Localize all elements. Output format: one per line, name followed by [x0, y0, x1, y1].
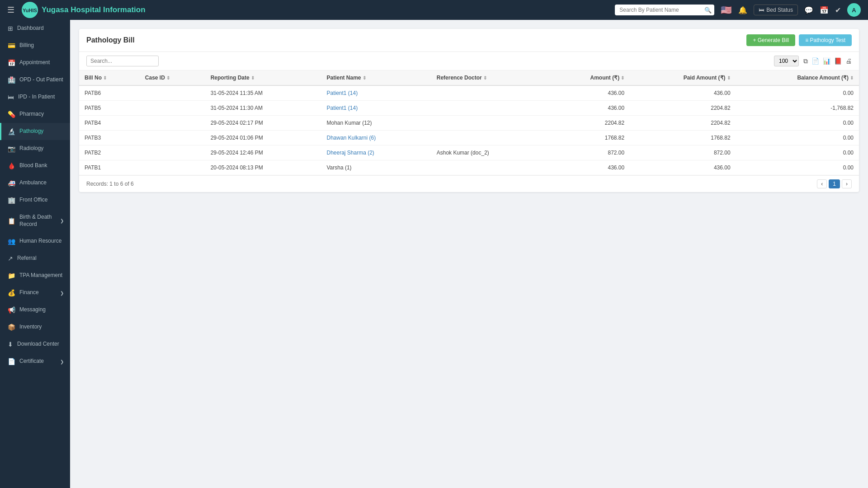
table-search-input[interactable]	[86, 56, 159, 66]
pathology-test-button[interactable]: ≡ Pathology Test	[799, 34, 852, 46]
cell-r1-patient_name[interactable]: Patient1 (14)	[321, 101, 431, 116]
col-label-reporting_date: Reporting Date	[211, 75, 250, 81]
excel-icon[interactable]: 📊	[823, 57, 830, 65]
cell-r0-paid_amount: 436.00	[630, 85, 736, 101]
sidebar-item-pharmacy[interactable]: 💊 Pharmacy	[0, 106, 70, 123]
cell-r5-patient_name: Varsha (1)	[321, 160, 431, 175]
records-label: Records: 1 to 6 of 6	[86, 181, 134, 187]
cell-r3-patient_name[interactable]: Dhawan Kulkarni (6)	[321, 131, 431, 145]
cell-r3-case_id	[140, 131, 205, 145]
hamburger-icon[interactable]: ☰	[7, 5, 14, 15]
sort-icon-reporting_date: ⇕	[251, 75, 255, 80]
sidebar-item-ipd[interactable]: 🛏 IPD - In Patient	[0, 89, 70, 106]
app-title: Yugasa Hospital Information	[42, 5, 146, 14]
sidebar-item-download[interactable]: ⬇ Download Center	[0, 336, 70, 353]
sidebar-item-blood-bank[interactable]: 🩸 Blood Bank	[0, 157, 70, 174]
cell-r3-reporting_date: 29-05-2024 01:06 PM	[205, 131, 321, 145]
col-reporting_date[interactable]: Reporting Date⇕	[205, 70, 321, 85]
cell-r4-bill_no: PATB2	[79, 145, 140, 160]
col-paid_amount[interactable]: Paid Amount (₹)⇕	[630, 70, 736, 85]
cell-r0-reporting_date: 31-05-2024 11:35 AM	[205, 85, 321, 101]
col-patient_name[interactable]: Patient Name⇕	[321, 70, 431, 85]
cell-r1-case_id	[140, 101, 205, 116]
sidebar-item-ambulance[interactable]: 🚑 Ambulance	[0, 174, 70, 192]
page-1-button[interactable]: 1	[829, 179, 840, 188]
cell-r1-amount: 436.00	[547, 101, 630, 116]
page-title: Pathology Bill	[86, 36, 135, 44]
cell-r0-patient_name[interactable]: Patient1 (14)	[321, 85, 431, 101]
sidebar-item-opd[interactable]: 🏥 OPD - Out Patient	[0, 71, 70, 89]
svg-text:YuHIS: YuHIS	[23, 8, 37, 13]
search-button[interactable]: 🔍	[704, 7, 712, 14]
sidebar-icon-certificate: 📄	[8, 358, 15, 365]
table-footer: Records: 1 to 6 of 6 ‹ 1 ›	[79, 175, 859, 192]
bed-status-label: Bed Status	[766, 7, 793, 13]
col-bill_no[interactable]: Bill No⇕	[79, 70, 140, 85]
sidebar-arrow-certificate: ❯	[60, 359, 64, 364]
col-case_id[interactable]: Case ID⇕	[140, 70, 205, 85]
sidebar-item-human-resource[interactable]: 👥 Human Resource	[0, 233, 70, 250]
card-toolbar: 100 50 25 ⧉ 📄 📊 📕 🖨	[79, 52, 859, 70]
copy-icon[interactable]: ⧉	[803, 57, 808, 65]
sort-icon-balance: ⇕	[850, 75, 854, 80]
sidebar-item-birth-death[interactable]: 📋 Birth & Death Record ❯	[0, 209, 70, 233]
cell-r4-patient_name[interactable]: Dheeraj Sharma (2)	[321, 145, 431, 160]
generate-bill-button[interactable]: + Generate Bill	[746, 34, 795, 46]
user-avatar[interactable]: A	[847, 3, 861, 17]
sidebar-item-referral[interactable]: ↗ Referral	[0, 250, 70, 267]
sidebar-item-certificate[interactable]: 📄 Certificate ❯	[0, 353, 70, 370]
sidebar-icon-referral: ↗	[8, 255, 13, 262]
prev-page-button[interactable]: ‹	[817, 179, 827, 188]
cell-r0-amount: 436.00	[547, 85, 630, 101]
cell-r2-paid_amount: 2204.82	[630, 116, 736, 131]
sidebar-item-inventory[interactable]: 📦 Inventory	[0, 319, 70, 336]
col-label-ref_doctor: Reference Doctor	[437, 75, 482, 81]
sort-icon-patient_name: ⇕	[363, 75, 366, 80]
sidebar-item-dashboard[interactable]: ⊞ Dashboard	[0, 20, 70, 37]
sidebar-item-tpa[interactable]: 📁 TPA Management	[0, 267, 70, 284]
col-ref_doctor[interactable]: Reference Doctor⇕	[431, 70, 547, 85]
bell-icon[interactable]: 🔔	[738, 6, 747, 14]
sidebar-item-billing[interactable]: 💳 Billing	[0, 37, 70, 54]
page-size-select[interactable]: 100 50 25	[774, 56, 799, 66]
cell-r2-balance: 0.00	[736, 116, 859, 131]
print-icon[interactable]: 🖨	[845, 57, 852, 65]
table-row: PATB631-05-2024 11:35 AMPatient1 (14)436…	[79, 85, 859, 101]
sidebar-label-radiology: Radiology	[19, 145, 43, 152]
col-label-bill_no: Bill No	[85, 75, 102, 81]
sort-icon-amount: ⇕	[621, 75, 624, 80]
col-amount[interactable]: Amount (₹)⇕	[547, 70, 630, 85]
sidebar-item-radiology[interactable]: 📷 Radiology	[0, 140, 70, 157]
sidebar-label-certificate: Certificate	[19, 358, 44, 365]
task-icon[interactable]: ✔	[835, 6, 841, 14]
bed-status-button[interactable]: 🛏 Bed Status	[754, 5, 798, 15]
col-label-case_id: Case ID	[145, 75, 165, 81]
pdf-icon[interactable]: 📕	[834, 57, 842, 65]
col-balance[interactable]: Balance Amount (₹)⇕	[736, 70, 859, 85]
sidebar-item-appointment[interactable]: 📅 Appointment	[0, 54, 70, 71]
whatsapp-icon[interactable]: 💬	[804, 6, 813, 14]
sidebar-item-finance[interactable]: 💰 Finance ❯	[0, 284, 70, 301]
calendar-icon[interactable]: 📅	[820, 6, 829, 14]
sidebar-item-messaging[interactable]: 📢 Messaging	[0, 301, 70, 319]
sidebar-label-pharmacy: Pharmacy	[19, 111, 44, 118]
table-row: PATB429-05-2024 02:17 PMMohan Kumar (12)…	[79, 116, 859, 131]
cell-r0-case_id	[140, 85, 205, 101]
sidebar-label-human-resource: Human Resource	[19, 238, 61, 245]
sidebar-item-front-office[interactable]: 🏢 Front Office	[0, 192, 70, 209]
sidebar-icon-radiology: 📷	[8, 145, 15, 152]
sidebar-arrow-finance: ❯	[60, 291, 64, 296]
sidebar-item-pathology[interactable]: 🔬 Pathology	[0, 123, 70, 140]
csv-icon[interactable]: 📄	[811, 57, 819, 65]
col-label-patient_name: Patient Name	[326, 75, 361, 81]
sidebar-icon-pharmacy: 💊	[8, 111, 15, 118]
sidebar-label-download: Download Center	[17, 341, 59, 348]
main-content: Pathology Bill + Generate Bill ≡ Patholo…	[70, 20, 868, 488]
search-input[interactable]	[615, 5, 714, 15]
table-row: PATB531-05-2024 11:30 AMPatient1 (14)436…	[79, 101, 859, 116]
card-actions: + Generate Bill ≡ Pathology Test	[746, 34, 852, 46]
cell-r5-paid_amount: 436.00	[630, 160, 736, 175]
sidebar-icon-blood-bank: 🩸	[8, 162, 15, 169]
sidebar-label-appointment: Appointment	[19, 59, 50, 66]
next-page-button[interactable]: ›	[842, 179, 852, 188]
